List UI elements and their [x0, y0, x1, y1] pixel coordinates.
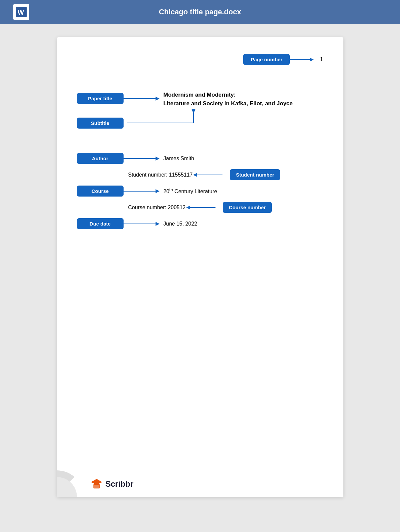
- page-number-arrow: [290, 56, 316, 63]
- subtitle-badge[interactable]: Subtitle: [77, 118, 124, 129]
- svg-text:W: W: [18, 9, 24, 16]
- app-header: W Chicago title page.docx: [0, 0, 400, 24]
- document-page: Page number 1 Paper title: [57, 37, 343, 497]
- due-date-badge[interactable]: Due date: [77, 218, 124, 229]
- svg-marker-12: [193, 173, 197, 177]
- scribbr-logo: Scribbr: [90, 478, 134, 490]
- scribbr-name: Scribbr: [106, 479, 134, 489]
- page-number-value: 1: [320, 56, 323, 63]
- title-badge-row: Paper title Modernism and Modernity: Lit…: [77, 92, 323, 107]
- course-row: Course 20th Century Literature: [77, 186, 323, 197]
- app-title: Chicago title page.docx: [36, 8, 364, 16]
- subtitle-arrow: [127, 113, 213, 133]
- word-icon: W: [13, 4, 29, 20]
- svg-marker-18: [156, 222, 160, 226]
- svg-marker-5: [156, 97, 160, 101]
- svg-marker-19: [91, 479, 102, 485]
- title-line1: Modernism and Modernity:: [164, 92, 293, 98]
- svg-marker-16: [186, 206, 190, 210]
- title-content: Modernism and Modernity: Literature and …: [164, 92, 293, 107]
- svg-marker-3: [310, 58, 314, 62]
- paper-title-section: Paper title Modernism and Modernity: Lit…: [77, 92, 323, 133]
- course-badge[interactable]: Course: [77, 186, 124, 197]
- author-row: Author James Smith: [77, 153, 323, 164]
- author-badge[interactable]: Author: [77, 153, 124, 164]
- main-content: Page number 1 Paper title: [0, 24, 400, 532]
- info-section: Author James Smith Student number: 11555…: [77, 153, 323, 229]
- due-date-value: June 15, 2022: [164, 221, 197, 227]
- author-arrow: [124, 155, 164, 162]
- scribbr-icon: [90, 478, 103, 490]
- course-number-value: Course number: 200512: [128, 205, 186, 211]
- student-number-badge[interactable]: Student number: [230, 169, 280, 180]
- subtitle-row: Subtitle: [77, 113, 323, 133]
- paper-title-arrow: [124, 95, 164, 102]
- course-number-arrow: [189, 204, 222, 211]
- due-date-arrow: [124, 221, 164, 227]
- page-number-container: Page number 1: [243, 54, 323, 65]
- course-number-row: Course number: 200512 Course number: [77, 202, 323, 213]
- author-value: James Smith: [164, 156, 194, 162]
- svg-marker-8: [192, 109, 196, 114]
- scribbr-footer: Scribbr: [57, 467, 343, 497]
- svg-marker-14: [156, 189, 160, 193]
- paper-title-badge[interactable]: Paper title: [77, 93, 124, 104]
- student-number-arrow: [196, 172, 229, 178]
- course-value: 20th Century Literature: [164, 187, 217, 195]
- student-number-value: Student number: 11555117: [128, 172, 193, 178]
- title-line2: Literature and Society in Kafka, Eliot, …: [164, 100, 293, 107]
- course-arrow: [124, 188, 164, 195]
- paper-title-badge-col: Paper title: [77, 93, 164, 104]
- svg-marker-10: [156, 157, 160, 161]
- page-curl: [57, 470, 84, 497]
- due-date-row: Due date June 15, 2022: [77, 218, 323, 229]
- page-number-row: Page number 1: [77, 54, 323, 65]
- student-number-row: Student number: 11555117 Student number: [77, 169, 323, 180]
- course-number-badge[interactable]: Course number: [223, 202, 272, 213]
- svg-rect-21: [94, 485, 99, 488]
- page-number-badge[interactable]: Page number: [243, 54, 290, 65]
